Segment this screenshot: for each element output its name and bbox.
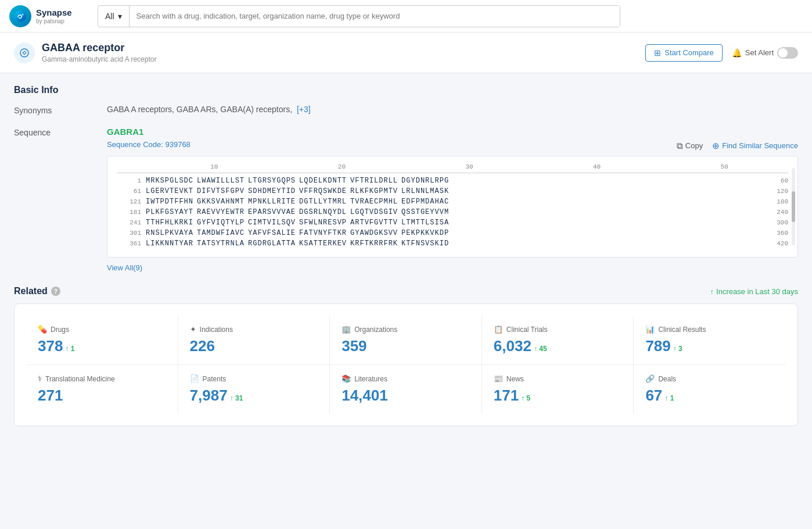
seq-group: ARTVFGVTTV xyxy=(350,219,398,227)
entity-subtitle: Gamma-aminobutyric acid A receptor xyxy=(42,55,156,63)
stat-item[interactable]: 💊 Drugs 378 ↑ 1 xyxy=(26,316,178,364)
seq-group: MRKSPGLSDC xyxy=(146,177,193,185)
stat-label: 📋 Clinical Trials xyxy=(494,325,622,334)
stat-increase: ↑ 45 xyxy=(534,345,547,353)
seq-groups: LGERVTEVKT DIFVTSFGPV SDHDMEYTID VFFRQSW… xyxy=(146,187,772,195)
seq-group: KTFNSVSKID xyxy=(401,240,449,248)
synonyms-more-link[interactable]: [+3] xyxy=(297,105,311,114)
synonyms-label: Synonyms xyxy=(14,105,107,115)
related-info-badge[interactable]: ? xyxy=(51,287,60,296)
stat-item[interactable]: 📄 Patents 7,987 ↑ 31 xyxy=(178,365,330,414)
seq-groups: IWTPDTFFHN GKKSVAHNMT MPNKLLRITE DGTLLYT… xyxy=(146,198,772,206)
seq-lineend: 120 xyxy=(777,188,788,195)
search-input[interactable] xyxy=(130,6,620,27)
seq-group: TTHFHLKRKI xyxy=(146,219,193,227)
seq-linenum: 61 xyxy=(117,188,146,195)
related-title: Related ? xyxy=(14,286,60,296)
seq-group: LWAWILLLST xyxy=(197,177,245,185)
stat-item[interactable]: 📊 Clinical Results 789 ↑ 3 xyxy=(634,316,786,364)
sequence-label: Sequence xyxy=(14,127,107,137)
entity-title: GABAA receptor xyxy=(42,42,156,54)
seq-group: EDFPMDAHAC xyxy=(401,198,449,206)
synonyms-row: Synonyms GABA A receptors, GABA ARs, GAB… xyxy=(14,105,798,115)
logo-text: Synapse by patsnap xyxy=(36,8,72,25)
set-alert-area: 🔔 Set Alert xyxy=(732,47,798,59)
sequence-actions: ⧉ Copy ⊕ Find Similar Sequence xyxy=(677,141,798,151)
stat-increase: ↑ 1 xyxy=(65,345,74,353)
stat-value: 378 ↑ 1 xyxy=(38,337,166,355)
entity-left: GABAA receptor Gamma-aminobutyric acid A… xyxy=(14,42,156,63)
seq-group: RGDRGLATTA xyxy=(248,240,296,248)
alert-toggle[interactable] xyxy=(777,47,798,59)
stat-label: 📊 Clinical Results xyxy=(645,325,774,334)
stat-item[interactable]: 📰 News 171 ↑ 5 xyxy=(482,365,634,414)
find-similar-button[interactable]: ⊕ Find Similar Sequence xyxy=(712,141,798,151)
sequence-value: GABRA1 Sequence Code: 939768 ⧉ Copy ⊕ Fi… xyxy=(107,127,798,272)
scrollbar-thumb xyxy=(792,191,795,222)
seq-lineend: 60 xyxy=(781,177,788,184)
top-nav: Synapse by patsnap All ▾ xyxy=(0,0,812,33)
stat-item[interactable]: ✦ Indications 226 xyxy=(178,316,330,364)
drug-icon: 💊 xyxy=(38,325,47,334)
stat-item[interactable]: 🏢 Organizations 359 xyxy=(330,316,482,364)
search-type-dropdown[interactable]: All ▾ xyxy=(98,6,130,27)
seq-group: DIFVTSFGPV xyxy=(197,187,245,195)
stat-label: 📰 News xyxy=(494,374,622,383)
seq-group: TAMDWFIAVC xyxy=(197,229,245,237)
seq-lineend: 240 xyxy=(777,209,788,216)
copy-button[interactable]: ⧉ Copy xyxy=(677,141,703,151)
seq-group: YAFVFSALIE xyxy=(248,229,296,237)
stat-item[interactable]: 📚 Literatures 14,401 xyxy=(330,365,482,414)
stat-label: 📄 Patents xyxy=(190,374,318,383)
seq-group: TVRAECPMHL xyxy=(350,198,398,206)
seq-groups: PLKFGSYAYT RAEVVYEWTR EPARSVVVAE DGSRLNQ… xyxy=(146,208,772,216)
stat-label: 📚 Literatures xyxy=(342,374,470,383)
seq-group: IWTPDTFFHN xyxy=(146,198,193,206)
stat-label: 🏢 Organizations xyxy=(342,325,470,334)
sequence-line: 61 LGERVTEVKT DIFVTSFGPV SDHDMEYTID VFFR… xyxy=(117,187,788,195)
seq-lineend: 360 xyxy=(777,230,788,237)
stat-value: 14,401 xyxy=(342,387,470,405)
alert-icon: 🔔 xyxy=(732,48,742,58)
seq-linenum: 1 xyxy=(117,177,146,184)
sequence-line: 1 MRKSPGLSDC LWAWILLLST LTGRSYGQPS LQDEL… xyxy=(117,177,788,185)
seq-group: LTMTTLSISA xyxy=(401,219,449,227)
sequence-line: 181 PLKFGSYAYT RAEVVYEWTR EPARSVVVAE DGS… xyxy=(117,208,788,216)
view-all-link[interactable]: View All(9) xyxy=(107,263,142,272)
sequence-code: Sequence Code: 939768 xyxy=(107,140,191,149)
stat-item[interactable]: ⚕ Translational Medicine 271 xyxy=(26,365,178,414)
stat-item[interactable]: 📋 Clinical Trials 6,032 ↑ 45 xyxy=(482,316,634,364)
seq-linenum: 121 xyxy=(117,198,146,205)
entity-header: GABAA receptor Gamma-aminobutyric acid A… xyxy=(0,33,812,73)
indication-icon: ✦ xyxy=(190,325,196,334)
seq-group: VFTRILDRLL xyxy=(350,177,398,185)
stat-label: 💊 Drugs xyxy=(38,325,166,334)
sequence-box[interactable]: 10 20 30 40 50 1 MRKSPGLSDC LWAWILLLST L… xyxy=(107,156,798,258)
sequence-header-row: Sequence Code: 939768 ⧉ Copy ⊕ Find Simi… xyxy=(107,140,798,153)
chevron-down-icon: ▾ xyxy=(118,12,122,21)
stat-value: 359 xyxy=(342,337,470,355)
sequence-lines: 1 MRKSPGLSDC LWAWILLLST LTGRSYGQPS LQDEL… xyxy=(117,177,788,248)
seq-group: SFWLNRESVP xyxy=(299,219,347,227)
stat-value: 226 xyxy=(190,337,318,355)
news-icon: 📰 xyxy=(494,374,503,383)
seq-lineend: 300 xyxy=(777,219,788,226)
seq-linenum: 241 xyxy=(117,219,146,226)
related-header: Related ? ↑ Increase in Last 30 days xyxy=(14,286,798,296)
main-content: Basic Info Synonyms GABA A receptors, GA… xyxy=(0,73,812,438)
stat-value: 7,987 ↑ 31 xyxy=(190,387,318,405)
seq-lineend: 180 xyxy=(777,198,788,205)
related-card: 💊 Drugs 378 ↑ 1 ✦ Indications 226 🏢 Orga… xyxy=(14,303,798,426)
seq-group: QSSTGEYVVM xyxy=(401,208,449,216)
stat-item[interactable]: 🔗 Deals 67 ↑ 1 xyxy=(634,365,786,414)
seq-group: PEKPKKVKDP xyxy=(401,229,449,237)
trial-icon: 📋 xyxy=(494,325,503,334)
start-compare-button[interactable]: ⊞ Start Compare xyxy=(645,44,723,62)
stat-increase: ↑ 5 xyxy=(521,394,530,402)
seq-group: PLKFGSYAYT xyxy=(146,208,193,216)
seq-group: MPNKLLRITE xyxy=(248,198,296,206)
logo-area: Synapse by patsnap xyxy=(9,5,91,27)
related-section: Related ? ↑ Increase in Last 30 days 💊 D… xyxy=(14,286,798,426)
stat-value: 67 ↑ 1 xyxy=(645,387,774,405)
sequence-row: Sequence GABRA1 Sequence Code: 939768 ⧉ … xyxy=(14,127,798,272)
